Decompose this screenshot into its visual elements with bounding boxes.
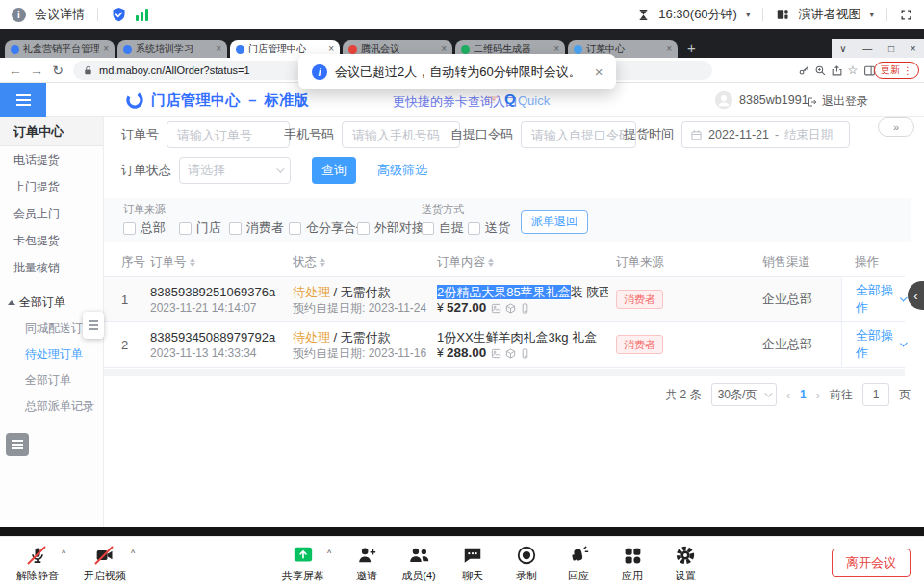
checkbox-consumer[interactable]: 消费者 — [229, 219, 284, 237]
tab-close-icon[interactable]: × — [666, 44, 672, 54]
window-minimize-icon[interactable]: — — [862, 43, 872, 54]
phone-icon[interactable] — [520, 348, 530, 359]
filter-collapse-button[interactable]: » — [878, 117, 914, 137]
chrome-update-button[interactable]: 更新 ⋮ — [874, 62, 919, 79]
reload-icon[interactable]: ↻ — [48, 58, 67, 83]
checkbox-icon[interactable] — [289, 222, 301, 235]
checkbox-external[interactable]: 外部对接 — [357, 219, 424, 237]
password-key-icon[interactable] — [797, 64, 810, 77]
video-options-caret[interactable]: ^ — [131, 549, 135, 558]
sidebar-subitem-hq-dispatch-log[interactable]: 总部派单记录 — [0, 394, 103, 420]
tab-close-icon[interactable]: × — [328, 44, 334, 54]
checkbox-icon[interactable] — [229, 222, 242, 235]
start-video-button[interactable]: 开启视频 — [77, 544, 133, 583]
tab-search-icon[interactable]: ∨ — [839, 43, 846, 54]
all-actions-dropdown[interactable]: 全部操作 — [856, 327, 905, 362]
invite-button[interactable]: 邀请 — [339, 544, 395, 583]
sidebar-subitem-pending-orders[interactable]: 待处理订单 — [0, 342, 103, 368]
table-row[interactable]: 1 83859389251069376a 2023-11-21 14:14:07… — [104, 277, 905, 322]
date-start-value[interactable]: 2022-11-21 — [708, 128, 769, 141]
security-shield-icon[interactable] — [111, 7, 127, 23]
sidebar-item-batch-verify[interactable]: 批量核销 — [0, 254, 103, 281]
order-no-input[interactable] — [167, 121, 290, 148]
record-button[interactable]: 录制 — [499, 544, 554, 583]
fullscreen-icon[interactable] — [900, 9, 912, 21]
date-range-picker[interactable]: 2022-11-21 - 结束日期 — [681, 121, 850, 148]
tab-close-icon[interactable]: × — [553, 44, 559, 54]
next-page-button[interactable]: › — [816, 388, 820, 402]
bookmark-star-icon[interactable]: ☆ — [846, 64, 860, 77]
unmute-button[interactable]: 解除静音 — [10, 544, 65, 583]
image-icon[interactable] — [491, 348, 501, 359]
package-icon[interactable] — [505, 303, 516, 314]
search-button[interactable]: 查询 — [312, 157, 356, 184]
checkbox-icon[interactable] — [123, 222, 136, 235]
advanced-filter-link[interactable]: 高级筛选 — [377, 162, 427, 179]
floating-menu-button[interactable] — [6, 433, 29, 456]
zoom-icon[interactable] — [813, 64, 827, 77]
checkbox-store[interactable]: 门店 — [179, 219, 221, 237]
checkbox-self-pickup[interactable]: 自提 — [422, 219, 464, 237]
user-avatar[interactable] — [714, 90, 733, 114]
view-mode-label[interactable]: 演讲者视图 — [798, 6, 860, 23]
order-status-select[interactable]: 请选择 — [179, 157, 291, 184]
meeting-info-icon[interactable]: i — [12, 8, 26, 22]
share-options-caret[interactable]: ^ — [327, 549, 331, 558]
apps-button[interactable]: 应用 — [604, 544, 660, 583]
sidebar-subitem-all-orders[interactable]: 全部订单 — [0, 368, 103, 394]
mic-options-caret[interactable]: ^ — [62, 549, 65, 558]
tab-close-icon[interactable]: × — [441, 44, 447, 54]
quick-logo-icon[interactable]: Q — [504, 90, 516, 107]
col-status[interactable]: 状态 — [293, 254, 437, 270]
reactions-button[interactable]: 回应 — [551, 544, 606, 583]
sort-icon[interactable] — [488, 258, 494, 267]
leave-meeting-button[interactable]: 离开会议 — [832, 549, 911, 577]
share-screen-button[interactable]: 共享屏幕 — [275, 544, 331, 583]
sidebar-item-phone-pickup[interactable]: 电话提货 — [0, 146, 103, 173]
table-scrollbar-track[interactable] — [104, 369, 905, 376]
new-tab-button[interactable]: + — [687, 39, 696, 56]
sidebar-item-member-visit[interactable]: 会员上门 — [0, 200, 103, 227]
browser-tab-1[interactable]: 礼盒营销平台管理中心 × — [5, 40, 115, 58]
sort-icon[interactable] — [190, 258, 195, 267]
checkbox-icon[interactable] — [179, 222, 192, 235]
window-close-icon[interactable]: × — [911, 43, 916, 54]
lock-icon[interactable] — [83, 65, 93, 76]
pickup-code-input[interactable] — [521, 121, 636, 148]
table-row[interactable]: 2 83859345088979792a 2023-11-13 14:33:34… — [104, 322, 905, 368]
checkbox-icon[interactable] — [357, 222, 370, 235]
checkbox-icon[interactable] — [468, 222, 480, 235]
members-button[interactable]: 成员(4) — [391, 544, 447, 583]
chat-button[interactable]: 聊天 — [445, 544, 500, 583]
share-page-icon[interactable] — [830, 64, 843, 77]
banner-close-icon[interactable]: × — [595, 64, 603, 80]
image-icon[interactable] — [491, 303, 501, 314]
forward-icon[interactable]: → — [27, 58, 46, 83]
col-order-no[interactable]: 订单号 — [150, 254, 293, 270]
tab-close-icon[interactable]: × — [216, 44, 221, 54]
settings-button[interactable]: 设置 — [657, 544, 713, 583]
all-actions-dropdown[interactable]: 全部操作 — [856, 282, 905, 317]
meeting-timer[interactable]: 16:30(60分钟) — [658, 6, 737, 23]
package-icon[interactable] — [505, 348, 516, 359]
prev-page-button[interactable]: ‹ — [786, 388, 790, 402]
goto-page-input[interactable] — [862, 383, 889, 406]
col-content[interactable]: 订单内容 — [437, 254, 616, 270]
back-icon[interactable]: ← — [6, 58, 25, 83]
current-page[interactable]: 1 — [800, 388, 807, 401]
sidebar-toggle-button[interactable] — [0, 83, 46, 117]
logout-button[interactable]: 退出登录 — [807, 93, 868, 110]
checkbox-icon[interactable] — [422, 222, 434, 235]
view-layout-icon[interactable] — [776, 8, 789, 21]
sidebar-collapse-handle[interactable] — [83, 312, 104, 339]
timer-caret-icon[interactable]: ▾ — [746, 10, 751, 19]
sidebar-item-card-pickup[interactable]: 卡包提货 — [0, 227, 103, 254]
phone-input[interactable] — [342, 121, 460, 148]
tab-close-icon[interactable]: × — [103, 44, 109, 54]
checkbox-hq[interactable]: 总部 — [123, 219, 166, 237]
sort-icon[interactable] — [320, 258, 325, 267]
sidebar-item-door-pickup[interactable]: 上门提货 — [0, 173, 103, 200]
browser-tab-2[interactable]: 系统培训学习 × — [117, 40, 227, 58]
page-size-select[interactable]: 30条/页 — [711, 383, 777, 406]
checkbox-delivery[interactable]: 送货 — [468, 219, 510, 237]
